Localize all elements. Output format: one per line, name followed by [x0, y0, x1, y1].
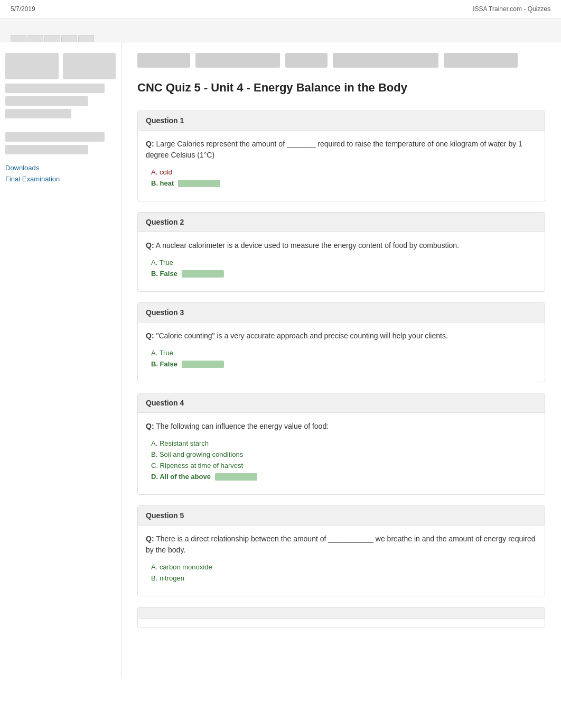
answer-5-b: B. nitrogen	[151, 574, 537, 582]
q-label-2: Q:	[146, 241, 154, 250]
answer-4-b: B. Soil and growing conditions	[151, 450, 537, 458]
content-top-blocks	[137, 53, 545, 68]
q-text-1: Large Calories represent the amount of _…	[146, 140, 522, 159]
layout: Downloads Final Examination CNC Quiz 5 -…	[0, 42, 561, 677]
sidebar-block-1	[5, 53, 59, 79]
ct-block-2	[195, 53, 280, 68]
q-text-3: "Calorie counting" is a very accurate ap…	[156, 331, 447, 340]
header-date: 5/7/2019	[11, 5, 35, 13]
sidebar-gray-1	[5, 84, 105, 93]
q-label-5: Q:	[146, 535, 154, 543]
nav-tabs	[11, 19, 94, 42]
question-block-2: Question 2 Q: A nuclear calorimeter is a…	[137, 212, 545, 292]
question-header-5: Question 5	[138, 506, 545, 526]
nav-tab-5[interactable]	[78, 35, 94, 42]
ct-block-3	[285, 53, 328, 68]
question-text-5: Q: There is a direct relationship betwee…	[146, 533, 537, 556]
ct-block-4	[333, 53, 438, 68]
sidebar-link-final-exam[interactable]: Final Examination	[5, 173, 116, 185]
question-body-1: Q: Large Calories represent the amount o…	[138, 131, 545, 201]
question-block-4: Question 4 Q: The following can influenc…	[137, 393, 545, 495]
answer-5-a: A. carbon monoxide	[151, 563, 537, 571]
answer-bar-4-d	[215, 473, 257, 481]
sidebar-top-blocks	[5, 53, 116, 154]
answer-options-2: A. True B. False	[146, 259, 537, 278]
question-block-6-partial	[137, 607, 545, 628]
sidebar-gray-3	[5, 109, 71, 118]
sidebar-section-links: Downloads Final Examination	[5, 162, 116, 185]
question-header-1: Question 1	[138, 111, 545, 131]
q-text-4: The following can influence the energy v…	[156, 422, 329, 430]
questions-container: Question 1 Q: Large Calories represent t…	[137, 110, 545, 628]
question-text-3: Q: "Calorie counting" is a very accurate…	[146, 330, 537, 342]
answer-options-1: A. cold B. heat	[146, 168, 537, 187]
sidebar-gray-4	[5, 132, 105, 142]
question-text-4: Q: The following can influence the energ…	[146, 421, 537, 432]
answer-4-a: A. Resistant starch	[151, 439, 537, 447]
nav-tab-4[interactable]	[61, 35, 77, 42]
answer-options-3: A. True B. False	[146, 349, 537, 368]
question-body-3: Q: "Calorie counting" is a very accurate…	[138, 322, 545, 382]
answer-2-b: B. False	[151, 270, 537, 278]
answer-1-b: B. heat	[151, 179, 537, 187]
answer-bar-3-b	[182, 361, 224, 368]
question-block-1: Question 1 Q: Large Calories represent t…	[137, 110, 545, 201]
question-header-4: Question 4	[138, 393, 545, 413]
sidebar-gray-5	[5, 145, 88, 154]
answer-4-d: D. All of the above	[151, 473, 537, 481]
q-text-2: A nuclear calorimeter is a device used t…	[156, 241, 459, 250]
main-content: CNC Quiz 5 - Unit 4 - Energy Balance in …	[121, 42, 561, 677]
page-title: CNC Quiz 5 - Unit 4 - Energy Balance in …	[137, 81, 545, 95]
answer-options-5: A. carbon monoxide B. nitrogen	[146, 563, 537, 582]
answer-3-b: B. False	[151, 360, 537, 368]
q-text-5: There is a direct relationship between t…	[146, 535, 536, 554]
sidebar-link-downloads[interactable]: Downloads	[5, 162, 116, 173]
answer-4-c: C. Ripeness at time of harvest	[151, 462, 537, 469]
question-text-1: Q: Large Calories represent the amount o…	[146, 139, 537, 161]
answer-bar-2-b	[182, 270, 224, 278]
question-body-5: Q: There is a direct relationship betwee…	[138, 526, 545, 596]
question-body-2: Q: A nuclear calorimeter is a device use…	[138, 232, 545, 291]
answer-bar-1-b	[178, 180, 220, 187]
q-label-1: Q:	[146, 140, 154, 148]
sidebar-gray-2	[5, 96, 88, 106]
nav-tab-2[interactable]	[27, 35, 43, 42]
question-header-6-partial	[138, 607, 545, 619]
ct-block-5	[444, 53, 518, 68]
answer-2-a: A. True	[151, 259, 537, 266]
q-label-4: Q:	[146, 422, 154, 430]
nav-bar	[0, 19, 561, 42]
question-block-3: Question 3 Q: "Calorie counting" is a ve…	[137, 302, 545, 382]
ct-block-1	[137, 53, 190, 68]
answer-options-4: A. Resistant starch B. Soil and growing …	[146, 439, 537, 481]
question-text-2: Q: A nuclear calorimeter is a device use…	[146, 240, 537, 251]
q-label-3: Q:	[146, 331, 154, 340]
nav-tab-1[interactable]	[11, 35, 26, 42]
question-header-2: Question 2	[138, 213, 545, 232]
answer-3-a: A. True	[151, 349, 537, 357]
sidebar-block-2	[63, 53, 116, 79]
question-block-5: Question 5 Q: There is a direct relation…	[137, 505, 545, 596]
page-header: 5/7/2019 ISSA Trainer.com - Quizzes	[0, 0, 561, 19]
question-body-4: Q: The following can influence the energ…	[138, 413, 545, 494]
question-header-3: Question 3	[138, 303, 545, 322]
sidebar: Downloads Final Examination	[0, 42, 121, 677]
answer-1-a: A. cold	[151, 168, 537, 176]
nav-tab-3[interactable]	[44, 35, 60, 42]
header-site: ISSA Trainer.com - Quizzes	[473, 5, 550, 13]
